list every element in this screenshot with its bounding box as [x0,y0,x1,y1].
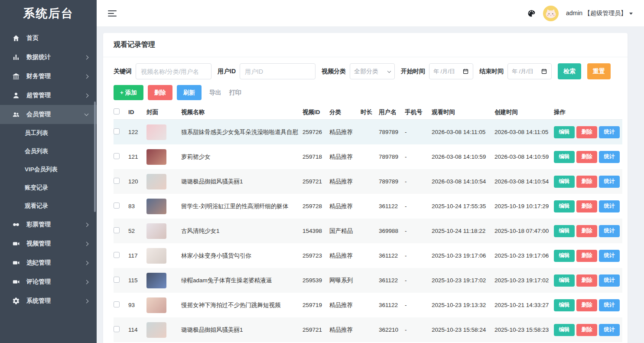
sidebar-item[interactable]: 视频管理 [0,234,97,253]
row-actions: 编辑 删除 统计 [554,200,622,212]
sidebar-item[interactable]: 数据统计 [0,48,97,67]
column-header: 用户名 [379,108,405,116]
row-checkbox[interactable] [114,326,120,332]
hamburger-menu-icon[interactable] [108,9,117,18]
delete-button[interactable]: 删除 [576,274,597,287]
sidebar-subitem[interactable]: 观看记录 [0,197,97,215]
delete-button[interactable]: 删除 [576,225,597,237]
table-row: 121 萝莉裙少女 259718 精品推荐 789789 - 2026-03-0… [114,144,622,169]
row-checkbox[interactable] [114,128,120,134]
sidebar-subitem[interactable]: 账变记录 [0,179,97,197]
sidebar-item[interactable]: 系统管理 [0,291,97,310]
print-link[interactable]: 打印 [229,89,241,97]
category-select[interactable]: 全部分类 [350,63,395,79]
stats-button[interactable]: 统计 [599,225,620,237]
edit-button[interactable]: 编辑 [554,324,575,336]
cat-avatar[interactable] [543,5,559,22]
sidebar-subitem[interactable]: VIP会员列表 [0,160,97,179]
row-checkbox[interactable] [114,277,120,283]
sidebar-item[interactable]: 财务管理 [0,67,97,86]
delete-button[interactable]: 删除 [576,200,597,212]
sidebar-item[interactable]: 彩票管理 [0,215,97,234]
stats-button[interactable]: 统计 [599,200,620,212]
start-time-label: 开始时间 [401,68,425,75]
sidebar-subitem[interactable]: 会员列表 [0,142,97,160]
username: 361122 [379,203,405,209]
sidebar-item[interactable]: 评论管理 [0,272,97,291]
export-link[interactable]: 导出 [209,89,221,97]
row-checkbox[interactable] [114,153,120,159]
delete-button[interactable]: 删除 [576,250,597,262]
username: 361122 [379,302,405,308]
sidebar-nav: 首页 数据统计 财务管理 超管管理 会员管理 员工列表会员列表VIP会员列表账变… [0,27,97,310]
row-id: 120 [128,178,146,185]
edit-button[interactable]: 编辑 [554,299,575,311]
row-checkbox[interactable] [114,203,120,209]
refresh-button[interactable]: 刷新 [177,85,202,100]
row-checkbox[interactable] [114,301,120,307]
column-header: 观看时间 [432,108,494,116]
select-all-checkbox[interactable] [114,108,120,114]
stats-button[interactable]: 统计 [599,151,620,163]
brand-title: 系统后台 [0,0,97,27]
reset-button[interactable]: 重置 [587,63,611,79]
sidebar-item[interactable]: 超管管理 [0,86,97,105]
palette-icon[interactable] [527,9,536,18]
table-row: 52 古风清纯少女1 154398 国产精品 369988 - 2025-10-… [114,219,622,243]
user-menu[interactable]: admin 【超级管理员】 [566,10,633,17]
edit-button[interactable]: 编辑 [554,200,575,212]
edit-button[interactable]: 编辑 [554,151,575,163]
table-body: 122 猫系甜妹骨感美少女兔耳朵洗澡啪啪道具自慰 259726 精品推荐 789… [114,120,622,343]
sidebar-item[interactable]: 选妃管理 [0,253,97,272]
column-header: 视频名称 [181,108,302,116]
edit-button[interactable]: 编辑 [554,126,575,138]
video-category: 精品推荐 [329,178,361,186]
keyword-input[interactable] [136,63,211,79]
delete-button[interactable]: 删除 [148,85,172,100]
row-checkbox[interactable] [114,178,120,184]
video-thumbnail [146,273,166,288]
admin-app: 系统后台 首页 数据统计 财务管理 超管管理 会员管理 员工列表会员列表VIP会… [0,0,644,343]
phone-number: - [405,154,432,160]
userid-input[interactable] [240,63,315,79]
stats-button[interactable]: 统计 [599,299,620,311]
edit-button[interactable]: 编辑 [554,225,575,237]
edit-button[interactable]: 编辑 [554,274,575,287]
bar-chart-icon [12,53,20,61]
search-button[interactable]: 检索 [558,63,581,79]
watch-time: 2025-10-23 15:58:24 [432,327,494,333]
topbar: admin 【超级管理员】 [97,0,644,27]
sidebar-scrollbar[interactable] [94,101,96,212]
stats-button[interactable]: 统计 [599,126,620,138]
sidebar-subitem[interactable]: 员工列表 [0,124,97,142]
delete-button[interactable]: 删除 [576,324,597,336]
sidebar-item[interactable]: 首页 [0,29,97,48]
stats-button[interactable]: 统计 [599,176,620,188]
chevron-right-icon [85,280,89,284]
phone-number: - [405,302,432,308]
create-time: 2025-10-19 10:17:29 [494,203,554,209]
delete-button[interactable]: 删除 [576,126,597,138]
start-date-input[interactable]: 年 /月/日 [429,63,473,79]
stats-button[interactable]: 统计 [599,324,620,336]
delete-button[interactable]: 删除 [576,299,597,311]
row-id: 122 [128,129,146,135]
delete-button[interactable]: 删除 [576,176,597,188]
edit-button[interactable]: 编辑 [554,176,575,188]
watch-time: 2026-03-08 14:11:05 [432,129,494,135]
create-time: 2026-03-08 14:10:54 [494,178,554,185]
end-date-input[interactable]: 年 /月/日 [507,63,552,79]
video-thumbnail [146,297,166,313]
userid-label: 用户ID [218,68,236,75]
watch-time: 2025-10-23 19:17:02 [432,277,494,284]
edit-button[interactable]: 编辑 [554,250,575,262]
row-checkbox[interactable] [114,252,120,258]
column-header: 操作 [554,108,622,116]
delete-button[interactable]: 删除 [576,151,597,163]
row-checkbox[interactable] [114,227,120,233]
chevron-right-icon [85,55,89,59]
add-button[interactable]: + 添加 [114,85,143,100]
stats-button[interactable]: 统计 [599,274,620,287]
stats-button[interactable]: 统计 [599,250,620,262]
sidebar-item[interactable]: 会员管理 [0,105,97,124]
